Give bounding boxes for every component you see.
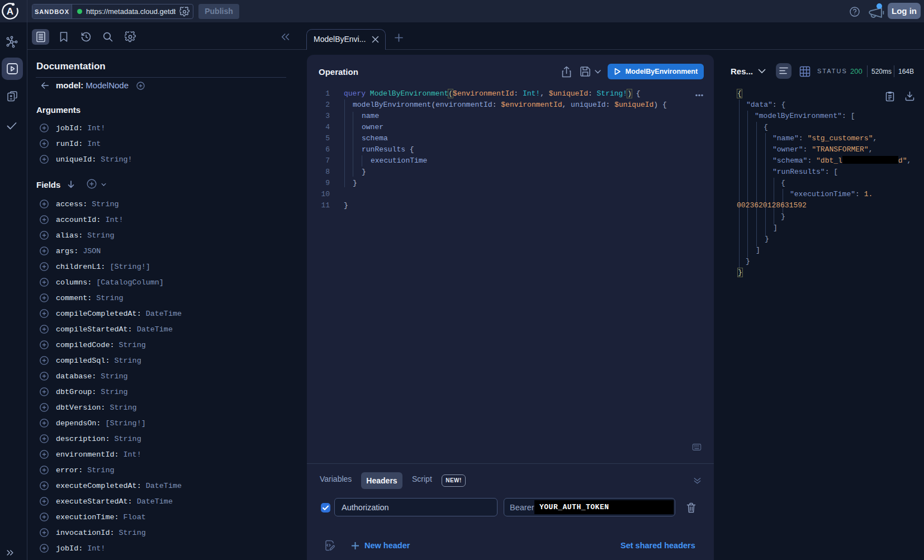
svg-text:A: A xyxy=(7,6,13,17)
